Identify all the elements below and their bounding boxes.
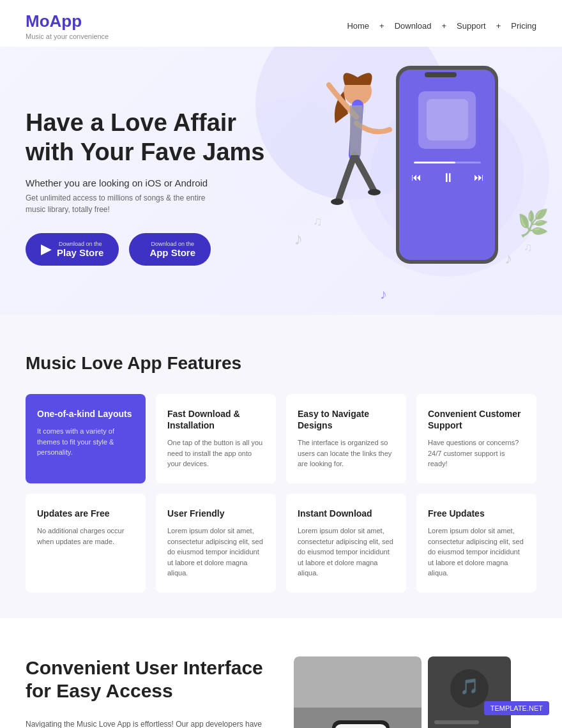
logo: MoApp Music at your convenience [26,11,109,40]
ui-images-side: 🎵 ▶ [428,656,511,728]
ui-section: Convenient User Interface for Easy Acces… [0,618,562,728]
feature-card-4: Convenient Customer Support Have questio… [416,394,536,483]
nav-pricing[interactable]: Pricing [511,21,536,31]
template-badge: TEMPLATE.NET [484,701,549,715]
feature-card-5: Updates are Free No additional charges o… [26,494,146,593]
nav-support[interactable]: Support [457,21,486,31]
feature-card-2: Fast Download & Installation One tap of … [156,394,276,483]
hero-illustration: ⏮ ⏸ ⏭ ♪ ♫ ♪ ♫ [243,47,562,315]
app-store-button[interactable]: Download on the App Store [129,233,211,266]
feature-card-title-8: Free Updates [428,508,525,519]
hero-title: Have a Love Affair with Your Fave Jams [26,109,265,167]
feature-card-title-5: Updates are Free [37,508,134,519]
feature-card-3: Easy to Navigate Designs The interface i… [286,394,406,483]
hero-section: Have a Love Affair with Your Fave Jams W… [0,47,562,315]
svg-text:♫: ♫ [524,241,533,254]
ui-image-main [294,656,422,728]
feature-card-title-6: User Friendly [167,508,264,519]
feature-card-title-3: Easy to Navigate Designs [298,408,395,431]
nav-download[interactable]: Download [395,21,432,31]
svg-text:⏭: ⏭ [474,172,484,183]
feature-card-desc-5: No additional charges occur when updates… [37,526,134,547]
svg-text:♫: ♫ [313,214,323,228]
svg-text:♪: ♪ [380,286,387,302]
svg-point-14 [368,189,381,195]
svg-rect-8 [414,162,455,163]
feature-card-title-7: Instant Download [298,508,395,519]
feature-card-title-4: Convenient Customer Support [428,408,525,431]
svg-text:♪: ♪ [505,250,512,267]
svg-text:♪: ♪ [294,229,303,248]
feature-card-desc-3: The interface is organized so users can … [298,437,395,469]
logo-tagline: Music at your convenience [26,33,109,40]
nav-sep2: + [442,21,447,31]
nav-links: Home + Download + Support + Pricing [347,21,536,31]
features-section: Music Love App Features One-of-a-kind La… [0,315,562,618]
svg-rect-33 [434,720,479,724]
feature-card-8: Free Updates Lorem ipsum dolor sit amet,… [416,494,536,593]
svg-text:⏮: ⏮ [411,172,422,183]
hero-content: Have a Love Affair with Your Fave Jams W… [26,109,265,265]
hero-desc: Get unlimited access to millions of song… [26,192,265,215]
svg-text:🌿: 🌿 [517,208,549,238]
ui-images: 🎵 ▶ [294,656,536,728]
feature-card-title-1: One-of-a-kind Layouts [37,408,134,420]
svg-rect-24 [335,724,387,728]
svg-text:🎵: 🎵 [460,677,479,695]
nav-sep1: + [379,21,384,31]
feature-card-desc-2: One tap of the button is all you need to… [167,437,264,469]
hero-buttons: ▶ Download on the Play Store Download on… [26,233,265,266]
nav-home[interactable]: Home [347,21,369,31]
navigation: MoApp Music at your convenience Home + D… [0,0,562,47]
svg-text:⏸: ⏸ [442,171,455,185]
feature-card-desc-6: Lorem ipsum dolor sit amet, consectetur … [167,526,264,579]
nav-sep3: + [496,21,501,31]
feature-card-1: One-of-a-kind Layouts It comes with a va… [26,394,146,483]
ui-para1: Navigating the Music Love App is effortl… [26,718,268,728]
features-row2: Updates are Free No additional charges o… [26,494,536,593]
feature-card-desc-1: It comes with a variety of themes to fit… [37,426,134,458]
features-title: Music Love App Features [26,353,536,374]
svg-rect-4 [425,72,457,77]
svg-point-13 [331,199,344,205]
hero-subtitle: Whether you are looking on iOS or Androi… [26,178,265,188]
feature-card-6: User Friendly Lorem ipsum dolor sit amet… [156,494,276,593]
play-icon: ▶ [41,241,52,257]
feature-card-title-2: Fast Download & Installation [167,408,264,431]
feature-card-desc-4: Have questions or concerns? 24/7 custome… [428,437,525,469]
play-store-button[interactable]: ▶ Download on the Play Store [26,233,119,266]
feature-card-7: Instant Download Lorem ipsum dolor sit a… [286,494,406,593]
ui-image-small-1: 🎵 [428,656,511,728]
logo-text: MoApp [26,11,109,31]
ui-title: Convenient User Interface for Easy Acces… [26,656,268,702]
svg-rect-6 [427,99,468,140]
feature-card-desc-8: Lorem ipsum dolor sit amet, consectetur … [428,526,525,579]
features-row1: One-of-a-kind Layouts It comes with a va… [26,394,536,483]
feature-card-desc-7: Lorem ipsum dolor sit amet, consectetur … [298,526,395,579]
ui-content: Convenient User Interface for Easy Acces… [26,656,268,728]
